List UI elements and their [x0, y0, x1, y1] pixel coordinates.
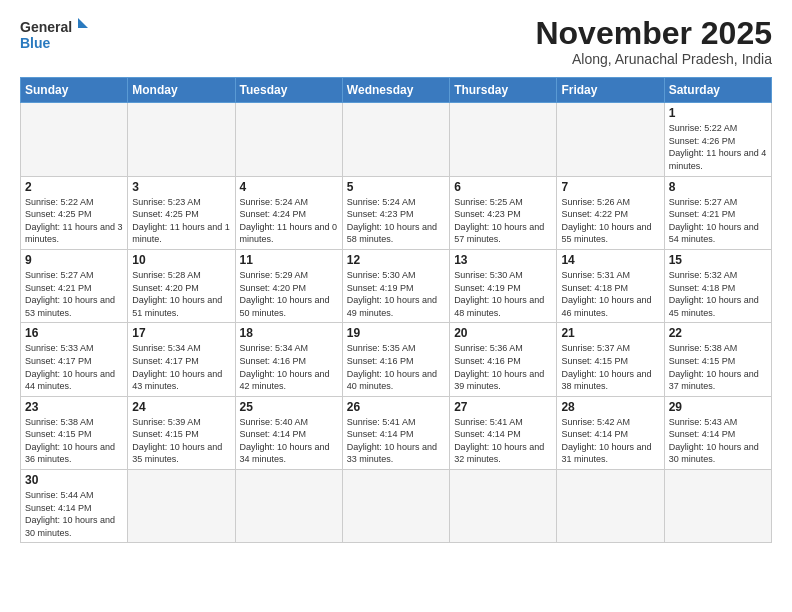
day-number: 2 [25, 180, 123, 194]
calendar-week-row: 1Sunrise: 5:22 AM Sunset: 4:26 PM Daylig… [21, 103, 772, 176]
day-info: Sunrise: 5:25 AM Sunset: 4:23 PM Dayligh… [454, 196, 552, 246]
day-number: 3 [132, 180, 230, 194]
logo: General Blue [20, 16, 90, 58]
table-row: 5Sunrise: 5:24 AM Sunset: 4:23 PM Daylig… [342, 176, 449, 249]
table-row: 30Sunrise: 5:44 AM Sunset: 4:14 PM Dayli… [21, 470, 128, 543]
day-info: Sunrise: 5:24 AM Sunset: 4:23 PM Dayligh… [347, 196, 445, 246]
day-number: 4 [240, 180, 338, 194]
day-info: Sunrise: 5:39 AM Sunset: 4:15 PM Dayligh… [132, 416, 230, 466]
table-row: 14Sunrise: 5:31 AM Sunset: 4:18 PM Dayli… [557, 249, 664, 322]
table-row [235, 470, 342, 543]
day-number: 14 [561, 253, 659, 267]
header-thursday: Thursday [450, 78, 557, 103]
table-row: 2Sunrise: 5:22 AM Sunset: 4:25 PM Daylig… [21, 176, 128, 249]
day-info: Sunrise: 5:23 AM Sunset: 4:25 PM Dayligh… [132, 196, 230, 246]
table-row: 7Sunrise: 5:26 AM Sunset: 4:22 PM Daylig… [557, 176, 664, 249]
table-row: 10Sunrise: 5:28 AM Sunset: 4:20 PM Dayli… [128, 249, 235, 322]
day-number: 5 [347, 180, 445, 194]
day-info: Sunrise: 5:27 AM Sunset: 4:21 PM Dayligh… [25, 269, 123, 319]
calendar-table: Sunday Monday Tuesday Wednesday Thursday… [20, 77, 772, 543]
table-row: 6Sunrise: 5:25 AM Sunset: 4:23 PM Daylig… [450, 176, 557, 249]
calendar-subtitle: Along, Arunachal Pradesh, India [535, 51, 772, 67]
calendar-week-row: 9Sunrise: 5:27 AM Sunset: 4:21 PM Daylig… [21, 249, 772, 322]
day-number: 25 [240, 400, 338, 414]
day-number: 23 [25, 400, 123, 414]
day-info: Sunrise: 5:30 AM Sunset: 4:19 PM Dayligh… [347, 269, 445, 319]
table-row: 17Sunrise: 5:34 AM Sunset: 4:17 PM Dayli… [128, 323, 235, 396]
day-info: Sunrise: 5:34 AM Sunset: 4:16 PM Dayligh… [240, 342, 338, 392]
header-tuesday: Tuesday [235, 78, 342, 103]
table-row [557, 103, 664, 176]
day-number: 20 [454, 326, 552, 340]
day-number: 15 [669, 253, 767, 267]
day-number: 17 [132, 326, 230, 340]
table-row [128, 470, 235, 543]
table-row [235, 103, 342, 176]
table-row: 4Sunrise: 5:24 AM Sunset: 4:24 PM Daylig… [235, 176, 342, 249]
day-number: 7 [561, 180, 659, 194]
table-row: 3Sunrise: 5:23 AM Sunset: 4:25 PM Daylig… [128, 176, 235, 249]
day-info: Sunrise: 5:40 AM Sunset: 4:14 PM Dayligh… [240, 416, 338, 466]
day-info: Sunrise: 5:33 AM Sunset: 4:17 PM Dayligh… [25, 342, 123, 392]
calendar-title: November 2025 [535, 16, 772, 51]
table-row: 24Sunrise: 5:39 AM Sunset: 4:15 PM Dayli… [128, 396, 235, 469]
day-info: Sunrise: 5:32 AM Sunset: 4:18 PM Dayligh… [669, 269, 767, 319]
calendar-week-row: 2Sunrise: 5:22 AM Sunset: 4:25 PM Daylig… [21, 176, 772, 249]
table-row: 28Sunrise: 5:42 AM Sunset: 4:14 PM Dayli… [557, 396, 664, 469]
table-row: 12Sunrise: 5:30 AM Sunset: 4:19 PM Dayli… [342, 249, 449, 322]
table-row [557, 470, 664, 543]
weekday-header-row: Sunday Monday Tuesday Wednesday Thursday… [21, 78, 772, 103]
calendar-week-row: 30Sunrise: 5:44 AM Sunset: 4:14 PM Dayli… [21, 470, 772, 543]
table-row [664, 470, 771, 543]
calendar-week-row: 23Sunrise: 5:38 AM Sunset: 4:15 PM Dayli… [21, 396, 772, 469]
table-row: 8Sunrise: 5:27 AM Sunset: 4:21 PM Daylig… [664, 176, 771, 249]
day-info: Sunrise: 5:35 AM Sunset: 4:16 PM Dayligh… [347, 342, 445, 392]
day-info: Sunrise: 5:30 AM Sunset: 4:19 PM Dayligh… [454, 269, 552, 319]
table-row [342, 103, 449, 176]
day-info: Sunrise: 5:31 AM Sunset: 4:18 PM Dayligh… [561, 269, 659, 319]
table-row: 15Sunrise: 5:32 AM Sunset: 4:18 PM Dayli… [664, 249, 771, 322]
day-number: 26 [347, 400, 445, 414]
title-block: November 2025 Along, Arunachal Pradesh, … [535, 16, 772, 67]
day-info: Sunrise: 5:36 AM Sunset: 4:16 PM Dayligh… [454, 342, 552, 392]
page-header: General Blue November 2025 Along, Arunac… [20, 16, 772, 67]
day-number: 13 [454, 253, 552, 267]
day-number: 29 [669, 400, 767, 414]
table-row: 27Sunrise: 5:41 AM Sunset: 4:14 PM Dayli… [450, 396, 557, 469]
day-number: 18 [240, 326, 338, 340]
table-row: 25Sunrise: 5:40 AM Sunset: 4:14 PM Dayli… [235, 396, 342, 469]
day-number: 9 [25, 253, 123, 267]
day-number: 19 [347, 326, 445, 340]
day-info: Sunrise: 5:22 AM Sunset: 4:26 PM Dayligh… [669, 122, 767, 172]
day-number: 1 [669, 106, 767, 120]
header-wednesday: Wednesday [342, 78, 449, 103]
day-number: 16 [25, 326, 123, 340]
logo-svg: General Blue [20, 16, 90, 58]
day-info: Sunrise: 5:44 AM Sunset: 4:14 PM Dayligh… [25, 489, 123, 539]
day-number: 10 [132, 253, 230, 267]
day-info: Sunrise: 5:34 AM Sunset: 4:17 PM Dayligh… [132, 342, 230, 392]
table-row: 9Sunrise: 5:27 AM Sunset: 4:21 PM Daylig… [21, 249, 128, 322]
day-info: Sunrise: 5:24 AM Sunset: 4:24 PM Dayligh… [240, 196, 338, 246]
day-number: 11 [240, 253, 338, 267]
day-number: 22 [669, 326, 767, 340]
header-saturday: Saturday [664, 78, 771, 103]
day-number: 8 [669, 180, 767, 194]
table-row [128, 103, 235, 176]
day-info: Sunrise: 5:42 AM Sunset: 4:14 PM Dayligh… [561, 416, 659, 466]
table-row: 20Sunrise: 5:36 AM Sunset: 4:16 PM Dayli… [450, 323, 557, 396]
day-number: 24 [132, 400, 230, 414]
day-number: 12 [347, 253, 445, 267]
table-row [450, 103, 557, 176]
svg-marker-2 [78, 18, 88, 28]
day-number: 21 [561, 326, 659, 340]
day-number: 28 [561, 400, 659, 414]
table-row: 29Sunrise: 5:43 AM Sunset: 4:14 PM Dayli… [664, 396, 771, 469]
day-number: 6 [454, 180, 552, 194]
table-row [21, 103, 128, 176]
header-monday: Monday [128, 78, 235, 103]
day-info: Sunrise: 5:22 AM Sunset: 4:25 PM Dayligh… [25, 196, 123, 246]
header-sunday: Sunday [21, 78, 128, 103]
day-info: Sunrise: 5:27 AM Sunset: 4:21 PM Dayligh… [669, 196, 767, 246]
table-row: 11Sunrise: 5:29 AM Sunset: 4:20 PM Dayli… [235, 249, 342, 322]
